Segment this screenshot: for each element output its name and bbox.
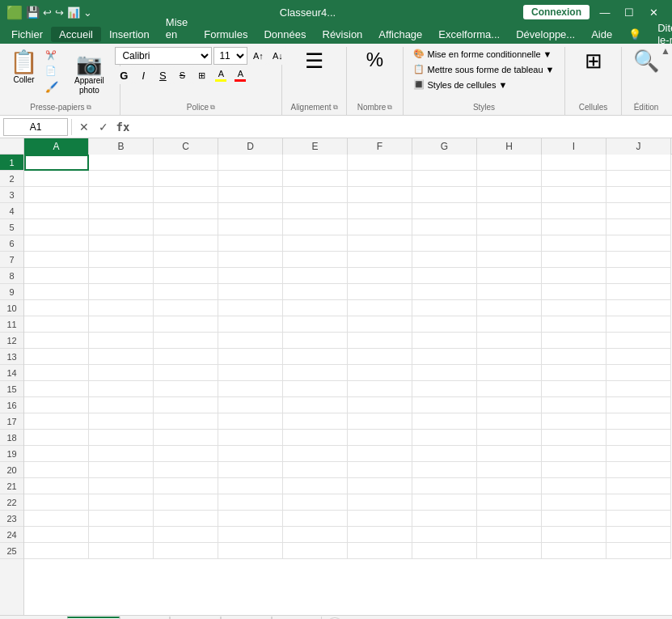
cell-A1[interactable] — [24, 155, 89, 171]
col-header-H[interactable]: H — [477, 138, 542, 155]
cell-J16[interactable] — [606, 397, 671, 413]
cell-F21[interactable] — [348, 478, 412, 494]
cell-B12[interactable] — [89, 333, 154, 349]
cell-E18[interactable] — [283, 430, 348, 446]
cell-E11[interactable] — [283, 316, 348, 333]
cell-D3[interactable] — [218, 187, 283, 203]
cell-I20[interactable] — [542, 462, 606, 478]
cell-H21[interactable] — [477, 478, 542, 494]
cell-D11[interactable] — [218, 316, 283, 333]
cell-H23[interactable] — [477, 511, 542, 527]
cell-A16[interactable] — [24, 397, 89, 413]
cell-I12[interactable] — [542, 333, 606, 349]
cell-E22[interactable] — [283, 494, 348, 511]
row-num-3[interactable]: 3 — [0, 187, 23, 203]
menu-lightbulb-icon[interactable]: 💡 — [620, 27, 649, 42]
cell-F4[interactable] — [348, 203, 412, 219]
cell-C17[interactable] — [154, 413, 218, 430]
cell-H7[interactable] — [477, 252, 542, 268]
formula-input[interactable] — [135, 118, 669, 136]
row-num-18[interactable]: 18 — [0, 430, 23, 446]
cell-C19[interactable] — [154, 446, 218, 462]
cell-I15[interactable] — [542, 381, 606, 397]
cell-G23[interactable] — [412, 511, 477, 527]
cell-B1[interactable] — [89, 155, 154, 171]
quick-analyze-icon[interactable]: 📊 — [67, 6, 80, 19]
cell-J6[interactable] — [606, 235, 671, 252]
font-color-button[interactable]: A — [231, 66, 249, 84]
cell-A8[interactable] — [24, 268, 89, 284]
cell-D1[interactable] — [218, 155, 283, 171]
cell-G17[interactable] — [412, 413, 477, 430]
cell-I16[interactable] — [542, 397, 606, 413]
cell-E2[interactable] — [283, 171, 348, 187]
cell-A7[interactable] — [24, 252, 89, 268]
cell-G13[interactable] — [412, 349, 477, 365]
font-size-select[interactable]: 11 — [213, 47, 247, 65]
row-num-17[interactable]: 17 — [0, 413, 23, 430]
cell-J5[interactable] — [606, 219, 671, 235]
cell-A3[interactable] — [24, 187, 89, 203]
cell-H12[interactable] — [477, 333, 542, 349]
cell-D25[interactable] — [218, 543, 283, 559]
cell-C1[interactable] — [154, 155, 218, 171]
cell-G3[interactable] — [412, 187, 477, 203]
cell-D7[interactable] — [218, 252, 283, 268]
cell-C25[interactable] — [154, 543, 218, 559]
cell-F14[interactable] — [348, 365, 412, 381]
cell-J21[interactable] — [606, 478, 671, 494]
cell-I10[interactable] — [542, 300, 606, 316]
restore-button[interactable]: ☐ — [617, 0, 641, 24]
cell-B13[interactable] — [89, 349, 154, 365]
cell-F2[interactable] — [348, 171, 412, 187]
bold-button[interactable]: G — [115, 66, 133, 84]
row-num-2[interactable]: 2 — [0, 171, 23, 187]
cell-C22[interactable] — [154, 494, 218, 511]
menu-developpe[interactable]: Développe... — [508, 27, 583, 42]
cell-D17[interactable] — [218, 413, 283, 430]
cell-I4[interactable] — [542, 203, 606, 219]
cell-B9[interactable] — [89, 284, 154, 300]
cell-E10[interactable] — [283, 300, 348, 316]
col-header-D[interactable]: D — [218, 138, 283, 155]
cell-H3[interactable] — [477, 187, 542, 203]
cell-A24[interactable] — [24, 527, 89, 543]
cell-J19[interactable] — [606, 446, 671, 462]
cell-B5[interactable] — [89, 219, 154, 235]
alignement-expand-icon[interactable]: ⧉ — [333, 104, 338, 112]
cell-B17[interactable] — [89, 413, 154, 430]
cell-H5[interactable] — [477, 219, 542, 235]
cell-E25[interactable] — [283, 543, 348, 559]
cell-B25[interactable] — [89, 543, 154, 559]
row-num-19[interactable]: 19 — [0, 446, 23, 462]
cell-E24[interactable] — [283, 527, 348, 543]
insert-function-button[interactable]: fx — [114, 118, 132, 136]
cell-A14[interactable] — [24, 365, 89, 381]
cell-C5[interactable] — [154, 219, 218, 235]
row-num-24[interactable]: 24 — [0, 527, 23, 543]
cell-F12[interactable] — [348, 333, 412, 349]
cell-E21[interactable] — [283, 478, 348, 494]
cell-C12[interactable] — [154, 333, 218, 349]
cell-F11[interactable] — [348, 316, 412, 333]
cell-C18[interactable] — [154, 430, 218, 446]
cell-H20[interactable] — [477, 462, 542, 478]
cell-J2[interactable] — [606, 171, 671, 187]
cell-G4[interactable] — [412, 203, 477, 219]
cell-E1[interactable] — [283, 155, 348, 171]
cell-B23[interactable] — [89, 511, 154, 527]
cell-C24[interactable] — [154, 527, 218, 543]
cell-I23[interactable] — [542, 511, 606, 527]
grid-scroll-area[interactable]: 1234567891011121314151617181920212223242… — [0, 155, 672, 615]
cell-H17[interactable] — [477, 413, 542, 430]
cell-F13[interactable] — [348, 349, 412, 365]
cell-A10[interactable] — [24, 300, 89, 316]
row-num-4[interactable]: 4 — [0, 203, 23, 219]
cell-D10[interactable] — [218, 300, 283, 316]
row-num-6[interactable]: 6 — [0, 235, 23, 252]
cell-C21[interactable] — [154, 478, 218, 494]
confirm-formula-button[interactable]: ✓ — [95, 118, 112, 136]
col-header-E[interactable]: E — [283, 138, 348, 155]
cell-B4[interactable] — [89, 203, 154, 219]
sheet-tab-feuil3[interactable]: Feuil3 — [170, 617, 221, 620]
